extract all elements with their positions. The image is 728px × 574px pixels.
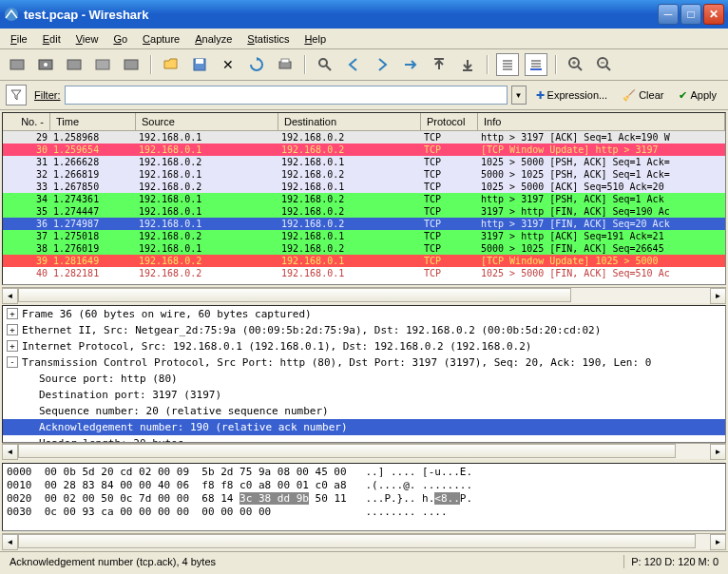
main-toolbar: ✕ bbox=[0, 49, 728, 81]
go-forward-icon[interactable] bbox=[371, 53, 393, 76]
packet-list-header: No. - Time Source Destination Protocol I… bbox=[3, 113, 725, 131]
filter-input[interactable] bbox=[65, 86, 508, 105]
filter-dropdown[interactable]: ▼ bbox=[511, 86, 527, 105]
scroll-right-button[interactable]: ► bbox=[710, 288, 726, 304]
svg-rect-1 bbox=[10, 60, 24, 69]
packet-row[interactable]: 321.266819192.168.0.1192.168.0.2TCP5000 … bbox=[3, 168, 725, 181]
detail-selected[interactable]: Acknowledgement number: 190 (relative ac… bbox=[39, 419, 348, 435]
zoom-out-icon[interactable] bbox=[593, 53, 616, 76]
expand-icon[interactable]: + bbox=[7, 324, 18, 335]
scroll-right-button[interactable]: ► bbox=[710, 444, 726, 460]
stop-capture-icon[interactable] bbox=[91, 53, 114, 76]
packet-row[interactable]: 381.276019192.168.0.1192.168.0.2TCP5000 … bbox=[3, 242, 725, 255]
col-info[interactable]: Info bbox=[478, 113, 725, 130]
svg-rect-10 bbox=[281, 59, 289, 63]
restart-capture-icon[interactable] bbox=[120, 53, 143, 76]
packet-row[interactable]: 331.267850192.168.0.2192.168.0.1TCP1025 … bbox=[3, 181, 725, 193]
packet-row[interactable]: 401.282181192.168.0.2192.168.0.1TCP1025 … bbox=[3, 267, 725, 279]
reload-icon[interactable] bbox=[245, 53, 268, 76]
close-file-icon[interactable]: ✕ bbox=[217, 53, 239, 76]
scroll-right-button[interactable]: ► bbox=[710, 534, 726, 550]
scroll-left-button[interactable]: ◄ bbox=[2, 444, 18, 460]
scroll-thumb[interactable] bbox=[18, 288, 571, 302]
go-last-icon[interactable] bbox=[456, 53, 479, 76]
interfaces-icon[interactable] bbox=[6, 53, 29, 76]
col-source[interactable]: Source bbox=[136, 113, 278, 130]
detail-line[interactable]: Sequence number: 20 (relative sequence n… bbox=[3, 403, 725, 419]
col-protocol[interactable]: Protocol bbox=[421, 113, 478, 130]
svg-rect-6 bbox=[125, 60, 138, 69]
svg-rect-5 bbox=[96, 60, 109, 69]
apply-button[interactable]: ✔Apply bbox=[673, 87, 722, 104]
packet-row[interactable]: 301.259654192.168.0.1192.168.0.2TCP[TCP … bbox=[3, 144, 725, 156]
open-icon[interactable] bbox=[160, 53, 182, 76]
go-back-icon[interactable] bbox=[342, 53, 365, 76]
col-destination[interactable]: Destination bbox=[278, 113, 421, 130]
scroll-left-button[interactable]: ◄ bbox=[2, 288, 18, 304]
menu-help[interactable]: Help bbox=[297, 31, 333, 47]
detail-line[interactable]: Header length: 20 bytes bbox=[39, 435, 183, 443]
menu-analyze[interactable]: Analyze bbox=[188, 31, 239, 47]
packet-bytes-pane[interactable]: 0000 00 0b 5d 20 cd 02 00 09 5b 2d 75 9a… bbox=[2, 463, 726, 531]
detail-line[interactable]: Destination port: 3197 (3197) bbox=[3, 387, 725, 403]
hex-scrollbar[interactable]: ◄ ► bbox=[2, 533, 726, 549]
start-capture-icon[interactable] bbox=[63, 53, 86, 76]
svg-rect-8 bbox=[196, 59, 203, 64]
window-titlebar: test.pcap - Wireshark ─ □ ✕ bbox=[0, 0, 728, 29]
autoscroll-icon[interactable] bbox=[525, 53, 547, 76]
minimize-button[interactable]: ─ bbox=[658, 4, 679, 25]
packet-details-pane[interactable]: +Frame 36 (60 bytes on wire, 60 bytes ca… bbox=[2, 305, 726, 443]
find-icon[interactable] bbox=[314, 53, 336, 76]
detail-tree-row[interactable]: +Internet Protocol, Src: 192.168.0.1 (19… bbox=[3, 338, 725, 354]
zoom-in-icon[interactable] bbox=[565, 53, 587, 76]
scroll-thumb[interactable] bbox=[18, 444, 676, 458]
menu-edit[interactable]: Edit bbox=[36, 31, 67, 47]
expression-button[interactable]: ✚Expression... bbox=[530, 87, 614, 104]
colorize-icon[interactable] bbox=[496, 53, 519, 76]
status-field-info: Acknowledgement number (tcp.ack), 4 byte… bbox=[4, 556, 623, 567]
detail-tree-row[interactable]: +Frame 36 (60 bytes on wire, 60 bytes ca… bbox=[3, 306, 725, 322]
packet-row[interactable]: 351.274447192.168.0.1192.168.0.2TCP3197 … bbox=[3, 205, 725, 218]
filter-icon[interactable] bbox=[6, 85, 27, 105]
capture-options-icon[interactable] bbox=[34, 53, 57, 76]
svg-rect-4 bbox=[67, 60, 81, 69]
menu-file[interactable]: File bbox=[4, 31, 34, 47]
expand-icon[interactable]: + bbox=[7, 340, 18, 352]
packet-row[interactable]: 311.266628192.168.0.2192.168.0.1TCP1025 … bbox=[3, 156, 725, 168]
packet-row[interactable]: 371.275018192.168.0.2192.168.0.1TCP3197 … bbox=[3, 230, 725, 242]
scroll-thumb[interactable] bbox=[18, 534, 696, 548]
status-bar: Acknowledgement number (tcp.ack), 4 byte… bbox=[0, 551, 728, 570]
scroll-left-button[interactable]: ◄ bbox=[2, 534, 18, 550]
detail-tree-row[interactable]: +Ethernet II, Src: Netgear_2d:75:9a (00:… bbox=[3, 322, 725, 338]
col-time[interactable]: Time bbox=[50, 113, 136, 130]
menu-statistics[interactable]: Statistics bbox=[240, 31, 296, 47]
packet-list-body[interactable]: 291.258968192.168.0.1192.168.0.2TCPhttp … bbox=[3, 131, 725, 284]
detail-tree-row[interactable]: -Transmission Control Protocol, Src Port… bbox=[3, 354, 725, 371]
filter-label: Filter: bbox=[34, 89, 61, 101]
svg-point-3 bbox=[44, 63, 48, 67]
packet-row[interactable]: 361.274987192.168.0.1192.168.0.2TCPhttp … bbox=[3, 218, 725, 230]
menu-capture[interactable]: Capture bbox=[136, 31, 186, 47]
expand-icon[interactable]: + bbox=[7, 308, 18, 319]
packet-list-scrollbar[interactable]: ◄ ► bbox=[2, 287, 726, 303]
packet-row[interactable]: 291.258968192.168.0.1192.168.0.2TCPhttp … bbox=[3, 131, 725, 144]
clear-button[interactable]: 🧹Clear bbox=[617, 87, 669, 104]
packet-row[interactable]: 341.274361192.168.0.1192.168.0.2TCPhttp … bbox=[3, 193, 725, 205]
menu-bar: File Edit View Go Capture Analyze Statis… bbox=[0, 29, 728, 49]
details-scrollbar[interactable]: ◄ ► bbox=[2, 443, 726, 459]
menu-view[interactable]: View bbox=[69, 31, 105, 47]
go-to-icon[interactable] bbox=[399, 53, 422, 76]
save-icon[interactable] bbox=[188, 53, 211, 76]
window-title: test.pcap - Wireshark bbox=[24, 8, 658, 22]
packet-row[interactable]: 391.281649192.168.0.2192.168.0.1TCP[TCP … bbox=[3, 255, 725, 267]
close-button[interactable]: ✕ bbox=[703, 4, 724, 25]
print-icon[interactable] bbox=[274, 53, 297, 76]
maximize-button[interactable]: □ bbox=[680, 4, 701, 25]
svg-line-12 bbox=[326, 66, 331, 70]
go-first-icon[interactable] bbox=[428, 53, 450, 76]
detail-line[interactable]: Source port: http (80) bbox=[3, 371, 725, 387]
collapse-icon[interactable]: - bbox=[7, 356, 18, 368]
menu-go[interactable]: Go bbox=[106, 31, 134, 47]
col-no[interactable]: No. - bbox=[3, 113, 50, 130]
app-icon bbox=[4, 7, 19, 22]
